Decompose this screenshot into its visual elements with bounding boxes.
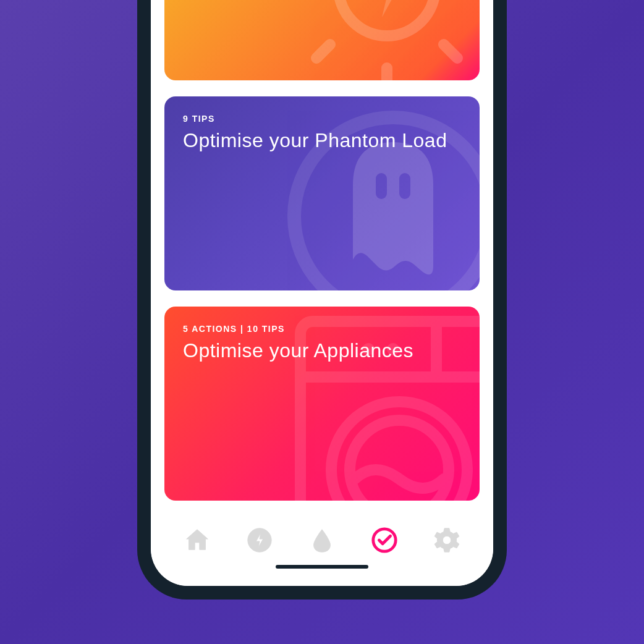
washer-icon <box>282 309 480 501</box>
svg-point-13 <box>443 536 451 544</box>
phone-screen: 9 TIPS Optimise your Phantom Load 5 ACTI… <box>151 0 493 586</box>
svg-point-10 <box>350 420 449 501</box>
tip-card-solar[interactable] <box>164 0 480 80</box>
svg-rect-2 <box>376 173 387 199</box>
nav-energy[interactable]: energy <box>244 524 276 556</box>
svg-point-9 <box>331 402 467 501</box>
tip-card-appliances[interactable]: 5 ACTIONS | 10 TIPS Optimise your Applia… <box>164 307 480 501</box>
bottom-nav: home energy water <box>151 517 493 586</box>
nav-tips[interactable]: tips <box>368 524 400 556</box>
nav-settings[interactable]: settings <box>431 524 463 556</box>
card-title: Optimise your Appliances <box>183 339 461 362</box>
nav-home[interactable]: home <box>181 524 213 556</box>
svg-point-0 <box>339 0 435 36</box>
phone-frame: 9 TIPS Optimise your Phantom Load 5 ACTI… <box>137 0 507 600</box>
nav-water[interactable]: water <box>306 524 338 556</box>
tips-scroll-area[interactable]: 9 TIPS Optimise your Phantom Load 5 ACTI… <box>151 0 493 517</box>
card-meta: 5 ACTIONS | 10 TIPS <box>183 324 461 334</box>
tip-card-phantom-load[interactable]: 9 TIPS Optimise your Phantom Load <box>164 96 480 290</box>
card-meta: 9 TIPS <box>183 114 461 124</box>
card-title: Optimise your Phantom Load <box>183 129 461 152</box>
home-indicator[interactable] <box>276 565 368 569</box>
svg-rect-3 <box>399 173 410 199</box>
sun-bolt-icon <box>282 0 480 80</box>
